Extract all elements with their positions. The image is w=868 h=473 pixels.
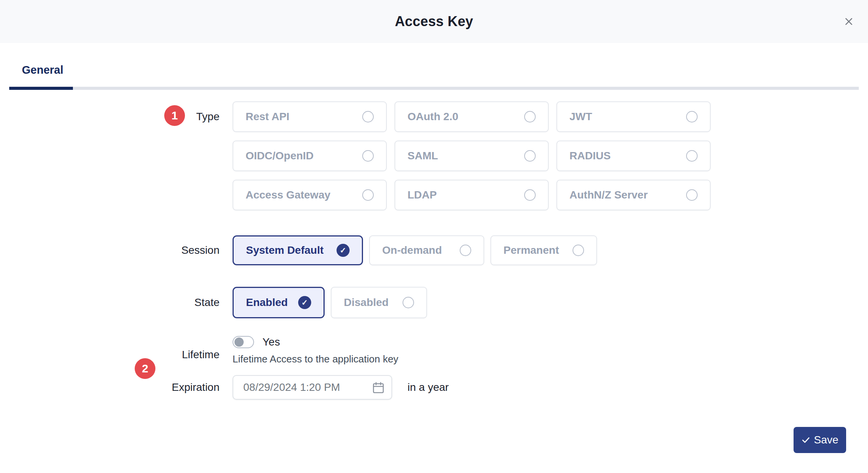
- type-option-label: Access Gateway: [246, 189, 330, 201]
- type-label: Type: [0, 101, 219, 132]
- type-row: Type Rest API OAuth 2.0 JWT OIDC/OpenID …: [0, 101, 868, 132]
- radio-unchecked-icon[interactable]: [362, 111, 374, 122]
- type-option-jwt[interactable]: JWT: [556, 101, 711, 132]
- expiration-controls: in a year: [233, 375, 449, 400]
- lifetime-label: Lifetime: [0, 349, 219, 361]
- lifetime-row: Lifetime Yes Lifetime Access to the appl…: [0, 336, 868, 367]
- lifetime-toggle[interactable]: [233, 336, 254, 348]
- state-option-label: Disabled: [344, 296, 389, 309]
- radio-unchecked-icon[interactable]: [524, 189, 536, 201]
- expiration-hint: in a year: [408, 381, 449, 394]
- radio-unchecked-icon[interactable]: [686, 189, 698, 201]
- toggle-knob-icon: [234, 337, 244, 347]
- session-row: Session System Default On-demand Permane…: [0, 235, 868, 265]
- tab-general[interactable]: General: [22, 64, 63, 76]
- tab-active-indicator: [9, 87, 73, 90]
- type-option-oidc-openid[interactable]: OIDC/OpenID: [233, 141, 387, 171]
- radio-unchecked-icon[interactable]: [573, 245, 584, 256]
- save-button-label: Save: [814, 434, 838, 446]
- session-option-label: On-demand: [382, 244, 442, 256]
- lifetime-toggle-value: Yes: [262, 336, 280, 348]
- modal-title: Access Key: [395, 13, 473, 30]
- state-option-enabled[interactable]: Enabled: [233, 287, 325, 318]
- type-option-label: RADIUS: [569, 150, 611, 162]
- radio-unchecked-icon[interactable]: [362, 189, 374, 201]
- type-option-label: SAML: [408, 150, 438, 162]
- state-option-disabled[interactable]: Disabled: [331, 287, 427, 318]
- type-option-label: OAuth 2.0: [408, 111, 458, 123]
- expiration-row: Expiration in a year: [0, 375, 868, 400]
- state-option-label: Enabled: [246, 296, 288, 309]
- type-option-access-gateway[interactable]: Access Gateway: [233, 180, 387, 210]
- state-options: Enabled Disabled: [233, 287, 427, 318]
- session-options: System Default On-demand Permanent: [233, 235, 597, 265]
- radio-unchecked-icon[interactable]: [686, 150, 698, 162]
- state-label: State: [0, 287, 219, 318]
- radio-unchecked-icon[interactable]: [524, 111, 536, 122]
- close-button[interactable]: [838, 11, 860, 32]
- type-option-label: OIDC/OpenID: [246, 150, 314, 162]
- type-option-ldap[interactable]: LDAP: [394, 180, 549, 210]
- session-option-permanent[interactable]: Permanent: [490, 235, 597, 265]
- radio-unchecked-icon[interactable]: [686, 111, 698, 122]
- close-icon: [844, 17, 854, 26]
- modal-header: Access Key: [0, 0, 868, 43]
- session-option-label: Permanent: [503, 244, 559, 256]
- type-option-saml[interactable]: SAML: [394, 141, 549, 171]
- type-option-label: Rest API: [246, 111, 289, 123]
- session-option-system-default[interactable]: System Default: [233, 235, 363, 265]
- type-option-label: JWT: [569, 111, 592, 123]
- lifetime-help-text: Lifetime Access to the application key: [233, 353, 398, 365]
- type-option-label: AuthN/Z Server: [569, 189, 648, 201]
- type-options-grid: Rest API OAuth 2.0 JWT OIDC/OpenID SAML …: [233, 101, 711, 210]
- expiration-date-input[interactable]: [233, 375, 392, 400]
- expiration-label: Expiration: [0, 375, 219, 400]
- radio-unchecked-icon[interactable]: [460, 245, 471, 256]
- lifetime-controls: Yes Lifetime Access to the application k…: [233, 336, 398, 365]
- save-button[interactable]: Save: [794, 427, 846, 453]
- session-label: Session: [0, 235, 219, 265]
- type-option-radius[interactable]: RADIUS: [556, 141, 711, 171]
- type-option-authnz-server[interactable]: AuthN/Z Server: [556, 180, 711, 210]
- radio-checked-icon[interactable]: [337, 244, 350, 257]
- type-option-rest-api[interactable]: Rest API: [233, 101, 387, 132]
- state-row: State Enabled Disabled: [0, 287, 868, 318]
- check-icon: [801, 435, 810, 445]
- tab-track: [9, 87, 859, 90]
- session-option-on-demand[interactable]: On-demand: [369, 235, 484, 265]
- session-option-label: System Default: [246, 244, 323, 256]
- radio-checked-icon[interactable]: [298, 296, 311, 309]
- radio-unchecked-icon[interactable]: [524, 150, 536, 162]
- type-option-label: LDAP: [408, 189, 437, 201]
- type-option-oauth2[interactable]: OAuth 2.0: [394, 101, 549, 132]
- radio-unchecked-icon[interactable]: [403, 297, 414, 308]
- radio-unchecked-icon[interactable]: [362, 150, 374, 162]
